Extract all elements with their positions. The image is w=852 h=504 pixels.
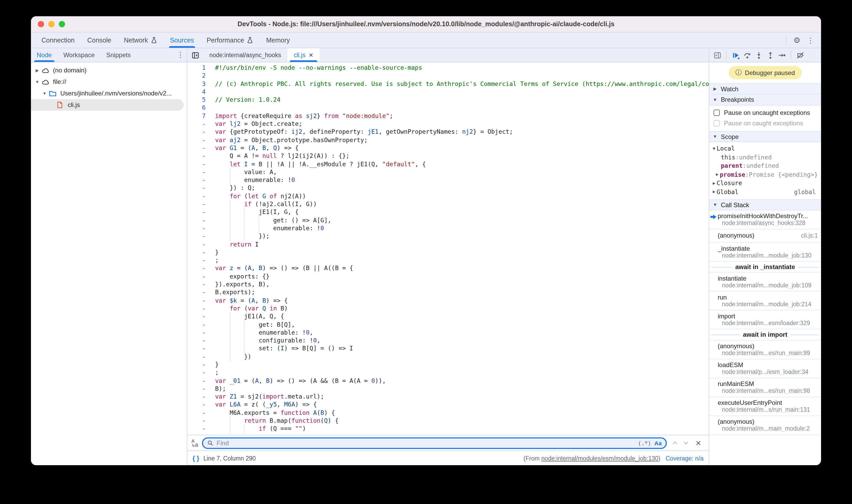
line-number[interactable]: - [187,305,210,313]
tree-item-cli-js[interactable]: cli.js [31,99,184,111]
replace-toggle-icon[interactable]: A↳B [192,439,199,447]
line-number[interactable]: - [187,216,210,224]
sourcemap-link[interactable]: node:internal/modules/esm/module_job:130 [542,455,658,461]
line-number[interactable]: - [187,401,210,409]
line-number[interactable]: 4 [187,88,210,96]
editor-tab-node-internal-async-hooks[interactable]: node:internal/async_hooks [203,48,287,62]
scope-property-promise[interactable]: ▶promise: Promise {<pending>} [709,170,821,179]
chevron-right-icon[interactable]: ▶ [34,68,40,73]
editor-tab-cli-js[interactable]: cli.js✕ [287,48,320,62]
line-number[interactable]: - [187,369,210,377]
tab-performance[interactable]: Performance [200,33,260,48]
line-number[interactable]: - [187,361,210,369]
call-stack-frame[interactable]: loadESMnode:internal/p.../esm_loader:34 [709,359,821,378]
line-number[interactable]: 1 [187,64,210,72]
line-number[interactable]: - [187,345,210,353]
tab-sources[interactable]: Sources [164,33,200,48]
line-number[interactable]: - [187,176,210,184]
call-stack-frame[interactable]: _instantiatenode:internal/m...module_job… [709,243,821,262]
minimize-window-button[interactable] [48,21,55,27]
call-stack-frame[interactable]: importnode:internal/m...esm/loader:329 [709,310,821,329]
line-number[interactable]: - [187,272,210,281]
sidebar-tab-node[interactable]: Node [31,48,57,62]
step-out-icon[interactable] [764,49,776,61]
line-number[interactable]: 2 [187,72,210,80]
line-number[interactable]: - [187,240,210,249]
deactivate-breakpoints-icon[interactable] [794,49,806,61]
line-number[interactable]: - [187,329,210,337]
line-number[interactable]: 5 [187,96,210,104]
tab-memory[interactable]: Memory [260,33,296,48]
callstack-section-header[interactable]: ▼ Call Stack [709,199,821,210]
line-number[interactable]: - [187,144,210,152]
tree-item-users-jinhuilee-nvm-versions-node-v2-[interactable]: ▼Users/jinhuilee/.nvm/versions/node/v2..… [31,88,187,99]
source-code-view[interactable]: 1#!/usr/bin/env -S node --no-warnings --… [187,62,709,435]
line-number[interactable]: - [187,425,210,433]
sidebar-tab-workspace[interactable]: Workspace [57,48,101,62]
line-number[interactable]: 7 [187,112,210,120]
line-number[interactable]: - [187,168,210,177]
tab-connection[interactable]: Connection [35,33,81,48]
line-number[interactable]: - [187,136,210,144]
sidebar-more-options-icon[interactable]: ⋮ [174,48,187,61]
step-into-icon[interactable] [753,49,764,61]
scope-group-global[interactable]: ▶Globalglobal [709,187,821,196]
line-number[interactable]: - [187,312,210,321]
tree-item--no-domain-[interactable]: ▶(no domain) [31,65,187,76]
line-number[interactable]: - [187,385,210,393]
settings-gear-icon[interactable]: ⚙ [791,34,803,47]
line-number[interactable]: - [187,409,210,417]
line-number[interactable]: - [187,184,210,193]
sidebar-tab-snippets[interactable]: Snippets [101,48,137,62]
previous-match-icon[interactable] [672,440,678,446]
line-number[interactable]: - [187,377,210,385]
line-number[interactable]: 6 [187,104,210,112]
line-number[interactable]: - [187,289,210,297]
call-stack-frame[interactable]: promiseInitHookWithDestroyTr...node:inte… [709,210,821,229]
tab-console[interactable]: Console [81,33,118,48]
match-case-toggle[interactable]: Aa [654,440,661,446]
line-number[interactable]: - [187,353,210,361]
checkbox[interactable] [713,110,720,116]
close-window-button[interactable] [38,21,44,27]
regex-toggle[interactable]: (.*) [638,440,651,446]
call-stack-frame[interactable]: runMainESMnode:internal/m...es/run_main:… [709,378,821,397]
line-number[interactable]: - [187,160,210,168]
line-number[interactable]: - [187,128,210,136]
chevron-down-icon[interactable]: ▼ [41,91,48,96]
line-number[interactable]: - [187,417,210,425]
scope-group-closure[interactable]: ▶Closure [709,179,821,187]
line-number[interactable]: - [187,265,210,273]
call-stack-frame[interactable]: (anonymous)node:internal/m...es/run_main… [709,340,821,359]
hide-navigator-icon[interactable] [187,48,203,62]
next-match-icon[interactable] [683,440,689,446]
scope-section-header[interactable]: ▼ Scope [709,131,821,142]
line-number[interactable]: - [187,120,210,128]
line-number[interactable]: - [187,321,210,329]
zoom-window-button[interactable] [59,21,65,27]
step-over-icon[interactable] [741,49,753,61]
call-stack-frame[interactable]: runnode:internal/m...module_job:214 [709,292,821,310]
search-input[interactable]: Find (.*) Aa [202,437,667,449]
close-find-icon[interactable]: ✕ [694,439,705,447]
line-number[interactable]: 3 [187,80,210,88]
call-stack-frame[interactable]: executeUserEntryPointnode:internal/m...s… [709,397,821,416]
breakpoints-section-header[interactable]: ▼ Breakpoints [709,94,821,105]
line-number[interactable]: - [187,281,210,289]
line-number[interactable]: - [187,232,210,240]
close-tab-icon[interactable]: ✕ [308,52,313,58]
chevron-down-icon[interactable]: ▼ [34,79,40,84]
watch-section-header[interactable]: ▶ Watch [709,84,821,94]
scope-group-local[interactable]: ▼Local [709,144,821,153]
line-number[interactable]: - [187,209,210,217]
call-stack-frame[interactable]: instantiatenode:internal/m...module_job:… [709,273,821,292]
tab-network[interactable]: Network [118,33,164,48]
line-number[interactable]: - [187,296,210,305]
line-number[interactable]: - [187,256,210,265]
line-number[interactable]: - [187,193,210,201]
line-number[interactable]: - [187,200,210,209]
hide-debugger-sidebar-icon[interactable] [711,49,723,61]
line-number[interactable]: - [187,224,210,233]
line-number[interactable]: - [187,249,210,257]
tree-item-file-[interactable]: ▼file:// [31,76,187,88]
